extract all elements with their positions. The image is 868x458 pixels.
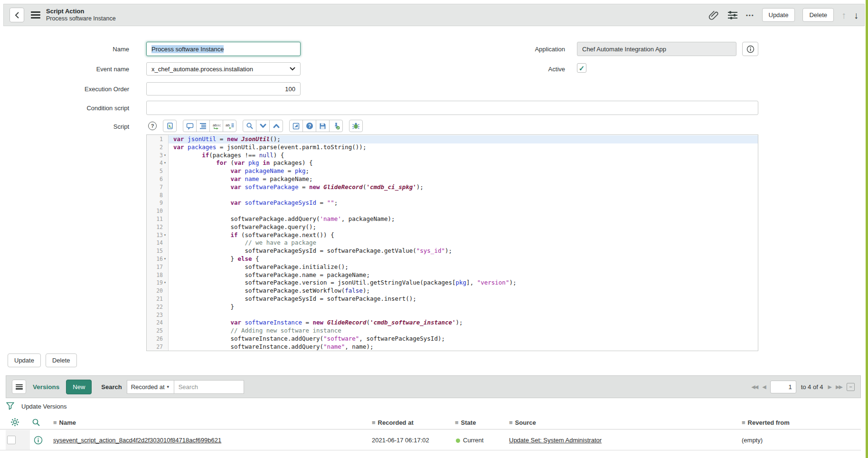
code-line[interactable]: var name = packageName; (169, 175, 758, 183)
code-line[interactable]: // we have a package (169, 239, 758, 247)
column-header-state[interactable]: ≡State (455, 419, 476, 426)
list-context-menu-button[interactable] (12, 380, 26, 394)
fold-toggle-icon[interactable]: ▾ (163, 279, 167, 287)
previous-page-icon[interactable]: ◀ (762, 384, 765, 390)
code-line[interactable]: } (169, 303, 758, 311)
replace-all-button[interactable]: ab (223, 120, 236, 132)
last-page-icon[interactable]: ▶▶ (836, 384, 842, 390)
more-options-icon[interactable]: ••• (746, 12, 755, 18)
code-line[interactable]: var packages = jsonUtil.parse(event.parm… (169, 143, 758, 152)
editor-help-button[interactable]: ? (302, 120, 316, 132)
column-menu-icon[interactable]: ≡ (742, 419, 745, 426)
versions-search-input[interactable] (174, 380, 244, 394)
script-debugger-button[interactable] (349, 120, 363, 132)
line-number[interactable]: 14 (147, 239, 168, 247)
fold-toggle-icon[interactable]: ▾ (163, 159, 167, 167)
column-header-source[interactable]: ≡Source (509, 419, 536, 426)
first-page-icon[interactable]: ◀◀ (751, 384, 757, 390)
delete-button-footer[interactable]: Delete (46, 353, 77, 367)
update-button-header[interactable]: Update (762, 8, 795, 22)
code-line[interactable]: softwarePackage.initialize(); (169, 263, 758, 271)
line-number[interactable]: 16▾ (147, 255, 168, 263)
form-context-menu-icon[interactable] (31, 11, 40, 19)
save-script-button[interactable] (316, 120, 330, 132)
code-line[interactable]: softwareInstance.addQuery("software", so… (169, 335, 758, 343)
scroll-down-icon[interactable]: ↓ (854, 10, 859, 20)
code-line[interactable]: if (softwarePackage.next()) { (169, 231, 758, 239)
line-number[interactable]: 5 (147, 167, 168, 175)
paperclip-icon[interactable] (708, 10, 719, 20)
line-number[interactable]: 12 (147, 223, 168, 231)
line-number[interactable]: 20 (147, 287, 168, 295)
line-number[interactable]: 9 (147, 199, 168, 207)
column-menu-icon[interactable]: ≡ (509, 419, 513, 426)
version-name-link[interactable]: sysevent_script_action_8acd4f2d2f303010f… (53, 437, 221, 444)
name-input[interactable]: Process software Instance (146, 42, 301, 56)
code-line[interactable]: var packageName = pkg; (169, 167, 758, 175)
line-number[interactable]: 15 (147, 247, 168, 255)
field-help-icon[interactable]: ? (148, 122, 157, 130)
code-line[interactable] (169, 207, 758, 215)
line-number[interactable]: 17 (147, 263, 168, 271)
line-number[interactable]: 23 (147, 311, 168, 319)
code-line[interactable]: softwarePackage.version = jsonUtil.getSt… (169, 279, 758, 287)
code-line[interactable]: } else { (169, 255, 758, 263)
code-line[interactable]: var jsonUtil = new JsonUtil(); (169, 135, 758, 143)
code-line[interactable]: for (var pkg in packages) { (169, 159, 758, 167)
condition-script-input[interactable] (146, 101, 758, 115)
line-number[interactable]: 22 (147, 303, 168, 311)
script-editor[interactable]: 123▾4▾5678910111213▾141516▾171819▾202122… (146, 134, 758, 351)
line-number[interactable]: 8 (147, 191, 168, 200)
code-line[interactable] (169, 191, 758, 200)
column-header-recorded-at[interactable]: ≡Recorded at (372, 419, 414, 426)
line-number[interactable]: 13▾ (147, 231, 168, 239)
line-number[interactable]: 4▾ (147, 159, 168, 167)
delete-button-header[interactable]: Delete (802, 8, 834, 22)
editor-search-button[interactable] (243, 120, 256, 132)
page-number-input[interactable]: 1 (770, 381, 796, 393)
line-number[interactable]: 18 (147, 271, 168, 279)
update-button-footer[interactable]: Update (8, 353, 41, 367)
code-line[interactable]: softwareInstance.addQuery("name", name); (169, 343, 758, 351)
line-number[interactable]: 27 (147, 343, 168, 351)
record-info-icon[interactable] (34, 436, 43, 445)
row-checkbox[interactable] (7, 436, 16, 444)
code-line[interactable]: softwarePackage.query(); (169, 223, 758, 231)
column-menu-icon[interactable]: ≡ (455, 419, 459, 426)
code-line[interactable]: softwarePackage.addQuery('name', package… (169, 215, 758, 223)
line-number[interactable]: 21 (147, 295, 168, 303)
filter-funnel-icon[interactable] (6, 401, 15, 411)
line-number[interactable]: 10 (147, 207, 168, 215)
line-number[interactable]: 11 (147, 215, 168, 223)
source-link[interactable]: Update Set: System Administrator (509, 437, 602, 444)
replace-button[interactable]: ab ac (209, 120, 223, 132)
check-pin-button[interactable] (329, 120, 343, 132)
personalize-sliders-icon[interactable] (727, 10, 738, 20)
code-line[interactable]: softwarePackage.name = packageName; (169, 271, 758, 279)
new-version-button[interactable]: New (66, 380, 92, 394)
line-number[interactable]: 2 (147, 143, 168, 152)
line-number[interactable]: 24 (147, 319, 168, 327)
versions-title[interactable]: Versions (33, 383, 59, 391)
column-header-name[interactable]: ≡Name (53, 419, 76, 426)
column-menu-icon[interactable]: ≡ (53, 419, 57, 426)
line-number[interactable]: 7 (147, 183, 168, 191)
fold-toggle-icon[interactable]: ▾ (163, 255, 167, 263)
line-number[interactable]: 19▾ (147, 279, 168, 287)
fold-toggle-icon[interactable]: ▾ (163, 231, 167, 239)
code-line[interactable]: // Adding new software instance (169, 327, 758, 335)
execution-order-input[interactable]: 100 (146, 82, 301, 95)
application-info-button[interactable] (742, 42, 758, 56)
list-search-icon[interactable] (32, 418, 40, 427)
pop-out-editor-button[interactable] (289, 120, 303, 132)
scroll-up-icon[interactable]: ↑ (841, 10, 846, 20)
fold-toggle-icon[interactable]: ▾ (163, 152, 167, 160)
breadcrumb[interactable]: Update Versions (21, 403, 66, 410)
line-number[interactable]: 3▾ (147, 152, 168, 160)
line-number[interactable]: 25 (147, 327, 168, 335)
back-button[interactable] (9, 8, 24, 22)
gear-icon[interactable] (10, 418, 19, 427)
line-number[interactable]: 26 (147, 335, 168, 343)
code-line[interactable]: if(packages !== null) { (169, 152, 758, 160)
code-line[interactable] (169, 311, 758, 319)
